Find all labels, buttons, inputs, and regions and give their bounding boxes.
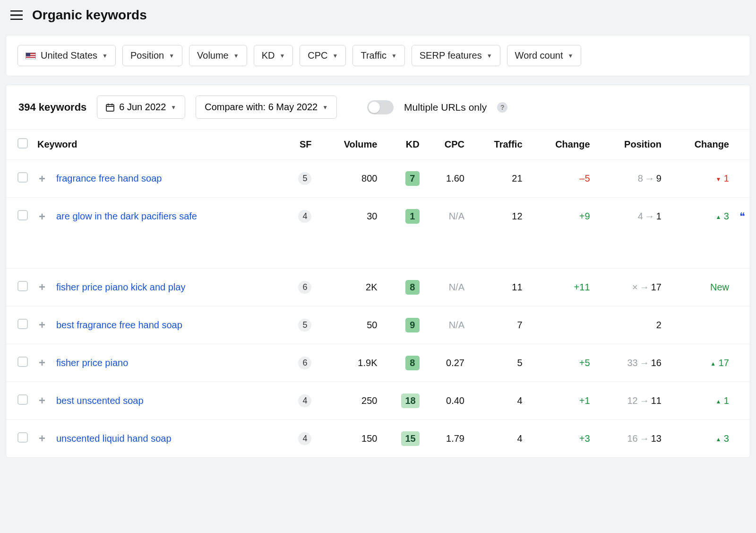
col-keyword[interactable]: Keyword (33, 130, 282, 160)
table-row: +unscented liquid hand soap4150151.794+3… (6, 419, 750, 457)
cell-position-change: New (666, 268, 734, 306)
keyword-link[interactable]: fisher price piano kick and play (56, 282, 185, 292)
cell-volume: 250 (316, 382, 382, 419)
cell-kd: 8 (382, 268, 424, 306)
sf-badge: 5 (298, 172, 311, 185)
row-checkbox[interactable] (17, 281, 28, 291)
kd-badge: 1 (405, 209, 420, 224)
cell-keyword: unscented liquid hand soap (52, 419, 282, 457)
cell-expand: + (33, 198, 52, 236)
cell-extra: ❝ (734, 198, 750, 236)
filter-position[interactable]: Position▼ (122, 45, 182, 66)
cell-expand: + (33, 268, 52, 306)
filter-label: KD (262, 50, 275, 61)
cell-expand: + (33, 160, 52, 198)
filter-cpc[interactable]: CPC▼ (300, 45, 346, 66)
compare-selector[interactable]: Compare with: 6 May 2022 ▼ (196, 96, 337, 119)
select-all-checkbox[interactable] (17, 138, 28, 149)
expand-icon[interactable]: + (37, 172, 47, 185)
cell-cpc: N/A (424, 306, 469, 344)
row-checkbox[interactable] (17, 319, 28, 329)
table-row: +fisher price piano61.9K80.275+533→16▲ 1… (6, 344, 750, 382)
filter-word-count[interactable]: Word count▼ (507, 45, 582, 66)
filter-country[interactable]: United States ▼ (17, 45, 116, 66)
cell-sf: 4 (282, 382, 317, 419)
menu-icon[interactable] (10, 10, 23, 20)
cell-position: 16→13 (595, 419, 666, 457)
sf-badge: 6 (298, 357, 311, 369)
cell-position-change: ▲ 17 (666, 344, 734, 382)
row-checkbox[interactable] (17, 172, 28, 183)
date-label: 6 Jun 2022 (119, 102, 166, 113)
cell-expand: + (33, 382, 52, 419)
chevron-down-icon: ▼ (322, 104, 328, 111)
filter-label: Traffic (361, 50, 386, 61)
cell-sf: 4 (282, 198, 317, 236)
row-spacer (6, 235, 750, 268)
cell-volume: 800 (316, 160, 382, 198)
filter-kd[interactable]: KD▼ (254, 45, 293, 66)
table-row: +best fragrance free hand soap5509N/A72 (6, 306, 750, 344)
keyword-link[interactable]: best unscented soap (56, 395, 144, 406)
row-checkbox[interactable] (17, 357, 28, 367)
cell-sf: 5 (282, 160, 317, 198)
keyword-link[interactable]: unscented liquid hand soap (56, 433, 172, 444)
row-checkbox[interactable] (17, 432, 28, 443)
filter-label: Position (130, 50, 164, 61)
expand-icon[interactable]: + (37, 356, 47, 369)
cell-cpc: N/A (424, 198, 469, 236)
date-selector[interactable]: 6 Jun 2022 ▼ (97, 96, 185, 119)
cell-cpc: 1.60 (424, 160, 469, 198)
calendar-icon (106, 102, 114, 113)
sf-badge: 5 (298, 319, 311, 332)
cell-volume: 1.9K (316, 344, 382, 382)
col-cpc[interactable]: CPC (424, 130, 469, 160)
cell-volume: 150 (316, 419, 382, 457)
cell-keyword: fisher price piano kick and play (52, 268, 282, 306)
col-kd[interactable]: KD (382, 130, 424, 160)
table-row: +are glow in the dark pacifiers safe4301… (6, 198, 750, 236)
cell-traffic: 21 (469, 160, 527, 198)
filter-serp-features[interactable]: SERP features▼ (412, 45, 500, 66)
cell-checkbox (6, 306, 33, 344)
cell-checkbox (6, 160, 33, 198)
keyword-link[interactable]: fisher price piano (56, 358, 128, 368)
help-icon[interactable]: ? (497, 102, 507, 113)
keyword-link[interactable]: fragrance free hand soap (56, 173, 162, 183)
col-position[interactable]: Position (595, 130, 666, 160)
expand-icon[interactable]: + (37, 394, 47, 407)
cell-position: 4→1 (595, 198, 666, 236)
filter-traffic[interactable]: Traffic▼ (352, 45, 404, 66)
col-position-change[interactable]: Change (666, 130, 734, 160)
cell-cpc: 1.79 (424, 419, 469, 457)
col-traffic-change[interactable]: Change (527, 130, 595, 160)
cell-checkbox (6, 382, 33, 419)
cell-kd: 15 (382, 419, 424, 457)
kd-badge: 18 (401, 393, 419, 408)
keyword-link[interactable]: are glow in the dark pacifiers safe (56, 211, 197, 221)
col-sf[interactable]: SF (282, 130, 317, 160)
us-flag-icon (26, 52, 36, 59)
expand-icon[interactable]: + (37, 280, 47, 294)
col-volume[interactable]: Volume (316, 130, 382, 160)
kd-badge: 7 (405, 171, 420, 186)
cell-checkbox (6, 419, 33, 457)
filter-label: SERP features (420, 50, 482, 61)
cell-expand: + (33, 344, 52, 382)
cell-traffic-change: +11 (527, 268, 595, 306)
cell-sf: 5 (282, 306, 317, 344)
filter-volume[interactable]: Volume▼ (189, 45, 247, 66)
row-checkbox[interactable] (17, 394, 28, 405)
row-checkbox[interactable] (17, 210, 28, 220)
multiple-urls-toggle[interactable] (367, 100, 394, 114)
expand-icon[interactable]: + (37, 318, 47, 332)
cell-position-change: ▲ 1 (666, 382, 734, 419)
filter-label: Word count (515, 50, 563, 61)
expand-icon[interactable]: + (37, 210, 47, 223)
col-traffic[interactable]: Traffic (469, 130, 527, 160)
chevron-down-icon: ▼ (169, 52, 174, 59)
keyword-link[interactable]: best fragrance free hand soap (56, 320, 182, 330)
sf-badge: 6 (298, 281, 311, 294)
expand-icon[interactable]: + (37, 432, 47, 445)
cell-volume: 2K (316, 268, 382, 306)
